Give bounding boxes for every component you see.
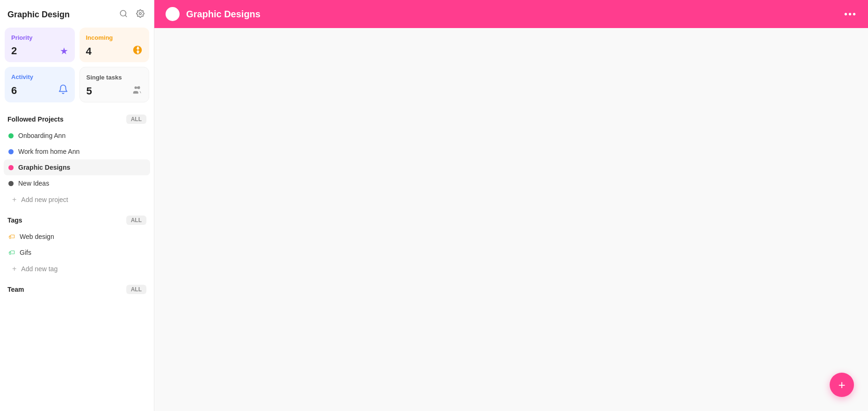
team-header: Team ALL [0, 277, 154, 298]
stat-card-incoming[interactable]: Incoming 4 [80, 28, 150, 62]
add-tag-label: Add new tag [21, 265, 58, 273]
project-dot-wfh [8, 149, 14, 154]
team-title: Team [7, 286, 24, 293]
svg-point-3 [135, 87, 137, 89]
project-item-new-ideas[interactable]: New Ideas [4, 175, 150, 191]
project-item-onboarding[interactable]: Onboarding Ann [4, 128, 150, 144]
stats-grid: Priority 2 ★ Incoming 4 Activity 6 [0, 28, 154, 107]
search-button[interactable] [117, 8, 130, 21]
priority-bottom: 2 ★ [11, 45, 68, 57]
add-tag-icon: + [12, 265, 16, 273]
main-header-avatar [166, 7, 180, 21]
incoming-count: 4 [86, 45, 92, 58]
sidebar-title: Graphic Design [7, 10, 70, 20]
activity-bottom: 6 [11, 84, 68, 97]
project-dot-graphic [8, 165, 14, 170]
followed-projects-title: Followed Projects [7, 115, 64, 123]
tag-item-gifs[interactable]: 🏷 Gifs [4, 245, 150, 260]
team-all-button[interactable]: ALL [126, 285, 146, 294]
project-name-graphic: Graphic Designs [18, 164, 70, 171]
stat-card-activity[interactable]: Activity 6 [5, 67, 75, 102]
priority-icon: ★ [60, 45, 68, 57]
project-list: Onboarding Ann Work from home Ann Graphi… [0, 128, 154, 191]
activity-icon [58, 84, 68, 97]
add-project-label: Add new project [21, 196, 68, 203]
incoming-bottom: 4 [86, 45, 143, 58]
add-project-icon: + [12, 195, 16, 204]
more-options-button[interactable]: ••• [844, 9, 857, 20]
tags-title: Tags [7, 216, 22, 224]
project-name-onboarding: Onboarding Ann [18, 132, 65, 139]
main-content-area: Graphic Designs ••• [154, 0, 868, 411]
tag-item-webdesign[interactable]: 🏷 Web design [4, 229, 150, 245]
fab-add-button[interactable]: + [830, 373, 854, 397]
priority-count: 2 [11, 45, 17, 57]
followed-projects-header: Followed Projects ALL [0, 107, 154, 128]
settings-button[interactable] [134, 8, 146, 21]
incoming-icon [132, 45, 143, 58]
project-item-graphic[interactable]: Graphic Designs [4, 159, 150, 175]
tags-header: Tags ALL [0, 208, 154, 229]
tags-list: 🏷 Web design 🏷 Gifs [0, 229, 154, 260]
tag-name-webdesign: Web design [20, 233, 54, 240]
activity-label: Activity [11, 73, 68, 80]
tag-icon-gifs: 🏷 [8, 249, 15, 256]
project-dot-new-ideas [8, 181, 14, 186]
tags-all-button[interactable]: ALL [126, 216, 146, 225]
svg-point-2 [139, 13, 142, 15]
priority-label: Priority [11, 34, 68, 41]
project-name-new-ideas: New Ideas [18, 180, 49, 187]
tag-name-gifs: Gifs [20, 249, 31, 256]
main-header: Graphic Designs ••• [154, 0, 868, 28]
project-name-wfh: Work from home Ann [18, 148, 80, 155]
sidebar-header: Graphic Design [0, 0, 154, 28]
add-tag-item[interactable]: + Add new tag [4, 260, 150, 277]
single-label: Single tasks [87, 74, 143, 81]
stat-card-priority[interactable]: Priority 2 ★ [5, 28, 75, 62]
single-count: 5 [87, 85, 92, 97]
sidebar: Graphic Design Priority 2 ★ [0, 0, 154, 411]
incoming-label: Incoming [86, 34, 143, 41]
project-dot-onboarding [8, 133, 14, 138]
header-icons [117, 8, 146, 21]
add-project-item[interactable]: + Add new project [4, 191, 150, 208]
tag-icon-webdesign: 🏷 [8, 233, 15, 240]
svg-line-1 [125, 15, 126, 16]
followed-projects-all-button[interactable]: ALL [126, 115, 146, 124]
stat-card-single[interactable]: Single tasks 5 [80, 67, 150, 102]
main-canvas [154, 28, 868, 411]
single-icon [132, 85, 142, 97]
project-item-wfh[interactable]: Work from home Ann [4, 144, 150, 159]
activity-count: 6 [11, 85, 17, 97]
main-header-title: Graphic Designs [186, 9, 838, 20]
single-bottom: 5 [87, 85, 143, 97]
